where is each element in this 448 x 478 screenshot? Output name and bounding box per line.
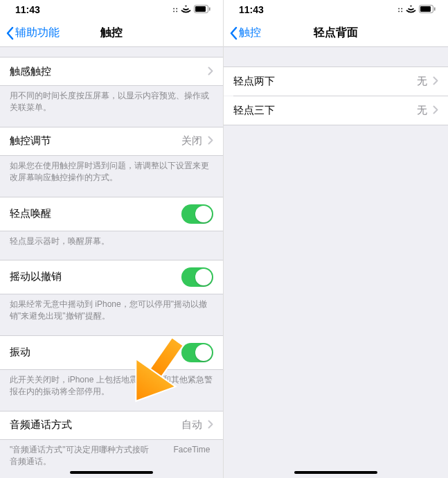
row-touch-accommodations[interactable]: 触控调节 关闭 bbox=[0, 127, 223, 156]
row-tap-to-wake[interactable]: 轻点唤醒 bbox=[0, 197, 223, 231]
home-indicator bbox=[294, 471, 377, 474]
row-label: 触控调节 bbox=[10, 134, 51, 148]
status-right: ∷ bbox=[173, 4, 210, 15]
content[interactable]: 轻点两下 无 轻点三下 无 bbox=[224, 47, 448, 478]
row-footer: 如果您在使用触控屏时遇到问题，请调整以下设置来更改屏幕响应触控操作的方式。 bbox=[0, 156, 223, 184]
svg-rect-1 bbox=[195, 6, 206, 12]
right-screen: 11:43 ∷ 触控 轻点背面 轻点两下 无 bbox=[224, 0, 448, 478]
toggle-switch[interactable] bbox=[181, 343, 213, 362]
chevron-right-icon bbox=[208, 66, 213, 78]
row-label: 轻点唤醒 bbox=[10, 207, 51, 220]
back-label: 辅助功能 bbox=[15, 26, 60, 40]
status-bar: 11:43 ∷ bbox=[0, 0, 223, 19]
back-label: 触控 bbox=[239, 26, 261, 40]
row-label: 摇动以撤销 bbox=[10, 270, 62, 283]
row-label: 音频通话方式 bbox=[10, 418, 72, 432]
battery-icon bbox=[419, 4, 436, 15]
back-button[interactable]: 辅助功能 bbox=[6, 26, 60, 40]
svg-rect-2 bbox=[209, 8, 210, 11]
back-button[interactable]: 触控 bbox=[229, 26, 261, 40]
wifi-icon bbox=[181, 4, 191, 15]
home-indicator bbox=[70, 471, 153, 474]
chevron-right-icon bbox=[208, 135, 213, 147]
chevron-right-icon bbox=[208, 419, 213, 431]
row-value: 自动 bbox=[181, 418, 202, 432]
svg-rect-7 bbox=[434, 8, 436, 11]
left-screen: 11:43 ∷ 辅助功能 触控 触感触控 用不同的时间长度按压屏幕， bbox=[0, 0, 224, 478]
battery-icon bbox=[194, 4, 210, 15]
svg-rect-6 bbox=[420, 6, 431, 12]
chevron-left-icon bbox=[229, 26, 238, 40]
row-label: 轻点三下 bbox=[233, 104, 275, 117]
row-value: 无 bbox=[417, 75, 427, 88]
content[interactable]: 触感触控 用不同的时间长度按压屏幕，以显示内容预览、操作或关联菜单。 触控调节 … bbox=[0, 47, 223, 478]
nav-bar: 触控 轻点背面 bbox=[224, 19, 448, 47]
row-footer: 用不同的时间长度按压屏幕，以显示内容预览、操作或关联菜单。 bbox=[0, 86, 223, 114]
row-shake-to-undo[interactable]: 摇动以撤销 bbox=[0, 260, 223, 294]
status-time: 11:43 bbox=[239, 4, 264, 15]
status-bar: 11:43 ∷ bbox=[224, 0, 448, 19]
row-footer: 轻点显示器时，唤醒屏幕。 bbox=[0, 231, 223, 247]
row-value: 关闭 bbox=[181, 134, 202, 148]
status-time: 11:43 bbox=[15, 4, 40, 15]
row-double-tap[interactable]: 轻点两下 无 bbox=[224, 67, 448, 96]
signal-icon: ∷ bbox=[173, 6, 178, 14]
row-label: 轻点两下 bbox=[233, 75, 275, 88]
toggle-switch[interactable] bbox=[181, 204, 213, 224]
chevron-right-icon bbox=[433, 105, 438, 116]
row-call-audio-routing[interactable]: 音频通话方式 自动 bbox=[0, 411, 223, 440]
chevron-right-icon bbox=[433, 76, 438, 87]
row-value: 无 bbox=[417, 104, 427, 117]
chevron-left-icon bbox=[6, 26, 14, 40]
row-haptic-touch[interactable]: 触感触控 bbox=[0, 57, 223, 86]
row-footer: 如果经常无意中摇动到 iPhone，您可以停用"摇动以撤销"来避免出现"撤销"提… bbox=[0, 294, 223, 323]
row-triple-tap[interactable]: 轻点三下 无 bbox=[224, 96, 448, 125]
nav-bar: 辅助功能 触控 bbox=[0, 19, 223, 47]
row-footer: "音频通话方式"可决定用哪种方式接听xxxxxxFaceTime 音频通话。 bbox=[0, 440, 223, 468]
row-label: 振动 bbox=[10, 346, 30, 359]
row-vibration[interactable]: 振动 bbox=[0, 335, 223, 370]
row-footer: 此开关关闭时，iPhone 上包括地震、海啸和其他紧急警报在内的振动将全部停用。 bbox=[0, 370, 223, 398]
signal-icon: ∷ bbox=[398, 6, 403, 14]
status-right: ∷ bbox=[398, 4, 436, 15]
toggle-switch[interactable] bbox=[181, 267, 213, 287]
row-label: 触感触控 bbox=[10, 65, 51, 78]
wifi-icon bbox=[406, 4, 416, 15]
